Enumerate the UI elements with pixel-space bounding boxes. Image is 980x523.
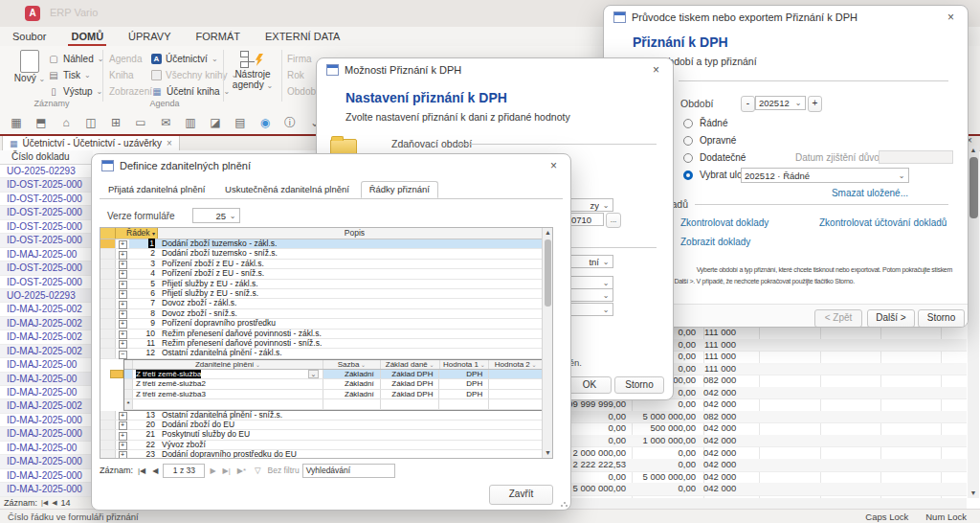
expand-toggle-icon[interactable]: +: [116, 299, 129, 307]
last-record-icon[interactable]: ▶|: [221, 466, 233, 475]
row-selector[interactable]: [100, 309, 116, 318]
expand-toggle-icon[interactable]: +: [116, 289, 129, 298]
period-plus-button[interactable]: +: [808, 96, 822, 112]
tab-uskutecnena-plneni[interactable]: Uskutečněná zdanitelná plnění: [216, 181, 358, 198]
doc-list-item[interactable]: ID-OST-2025-000: [0, 178, 93, 192]
doc-list-item[interactable]: ID-OST-2025-000: [0, 276, 93, 289]
close-icon[interactable]: ×: [649, 63, 663, 77]
info-icon[interactable]: ⓘ: [283, 115, 297, 131]
radio-dodatecne-label[interactable]: Dodatečné: [700, 152, 746, 163]
row-selector[interactable]: [100, 330, 116, 338]
subtable-row[interactable]: Z třetí země-služba2ZákladníZáklad DPHDP…: [124, 379, 542, 389]
empty-cell[interactable]: [439, 399, 489, 408]
declaration-row[interactable]: +10Režim přenesení daňové povinnosti - z…: [100, 330, 552, 339]
doc-list-item[interactable]: ID-MAJ-2025-00: [0, 358, 93, 372]
value2-cell[interactable]: [489, 370, 542, 378]
doc-list-item[interactable]: ID-MAJ-2025-002: [0, 317, 93, 330]
value1-cell[interactable]: DPH: [439, 390, 489, 398]
doc-list-item[interactable]: ID-OST-2025-000: [0, 220, 93, 234]
doc-list-item[interactable]: ID-OST-2025-000: [0, 193, 93, 206]
check-posting-link[interactable]: Zkontrolovat účtování dokladů: [819, 217, 947, 228]
value2-cell[interactable]: [489, 379, 542, 388]
chevron-down-icon[interactable]: ⌄: [601, 304, 611, 315]
declaration-row[interactable]: +11Režim přenesení daňové povinnosti - s…: [100, 339, 552, 349]
row-selector[interactable]: [100, 339, 116, 348]
resize-grip[interactable]: [560, 499, 568, 507]
taxable-supply-cell[interactable]: Z třetí země-služba2: [133, 379, 323, 388]
declaration-row[interactable]: +21Poskytnutí služby do EU: [100, 430, 552, 440]
table-add-icon[interactable]: ⊞: [109, 116, 122, 129]
row-selector[interactable]: [124, 370, 133, 378]
first-record-icon[interactable]: |◀: [41, 499, 48, 507]
doc-list-item[interactable]: ID-MAJ-2025-00: [0, 373, 93, 386]
definition-record-navigator[interactable]: Záznam: |◀ ◀ 1 z 33 ▶ ▶| ▶* ▽ Bez filtru…: [100, 463, 395, 478]
row-selector[interactable]: [100, 239, 116, 248]
new-button[interactable]: Nový ⌄: [13, 50, 46, 96]
menu-tab--pravy[interactable]: ÚPRAVY: [127, 29, 171, 44]
expand-toggle-icon[interactable]: +: [116, 441, 129, 449]
output-button[interactable]: ▯ Výstup⌄: [48, 84, 102, 98]
doc-list-item[interactable]: ID-OST-2025-000: [0, 262, 93, 275]
scroll-down-icon[interactable]: ▼: [968, 489, 979, 498]
browse-button[interactable]: ...: [606, 213, 621, 228]
list-icon[interactable]: ▥: [184, 116, 197, 129]
preview-button[interactable]: ▢ Náhled⌄: [48, 52, 103, 65]
datasheet-scrollbar[interactable]: ▲ ▼: [542, 228, 552, 458]
subtable-column-header[interactable]: Zdanitelné plnění ⌄: [133, 360, 323, 369]
expand-toggle-icon[interactable]: +: [116, 330, 129, 338]
status-icon[interactable]: ◉: [258, 116, 272, 129]
expand-toggle-icon[interactable]: +: [116, 269, 129, 278]
menu-tab-extern-data[interactable]: EXTERNÍ DATA: [264, 29, 341, 44]
declaration-row[interactable]: +7Dovoz zboží - zákl.s.: [100, 299, 552, 308]
chevron-down-icon[interactable]: ⌄: [479, 362, 485, 368]
doc-list-item[interactable]: UO-2025-02293: [0, 289, 93, 303]
declaration-row[interactable]: +20Dodání zboží do EU: [100, 421, 552, 430]
doc-list-item[interactable]: ID-MAJ-2025-002: [0, 303, 93, 316]
archive-icon[interactable]: ⬒: [34, 116, 48, 129]
close-icon[interactable]: ×: [546, 159, 561, 172]
radio-opravne-label[interactable]: Opravné: [700, 135, 736, 146]
row-selector[interactable]: [100, 319, 116, 328]
scroll-down-icon[interactable]: ▼: [543, 448, 553, 458]
search-input[interactable]: Vyhledávání: [302, 464, 395, 478]
row-selector[interactable]: [100, 430, 116, 439]
tab-close-icon[interactable]: ×: [167, 138, 172, 148]
doc-list-item[interactable]: ID-OST-2025-000: [0, 234, 93, 247]
declaration-row[interactable]: +9Pořízení dopravního prostředku: [100, 319, 552, 329]
declaration-row[interactable]: −12Ostatní zdanitelná plnění - zákl.s.: [100, 349, 552, 358]
chevron-down-icon[interactable]: ⌄: [254, 362, 260, 368]
back-button[interactable]: < Zpět: [814, 309, 862, 328]
chevron-down-icon[interactable]: ⌄: [897, 169, 906, 182]
declaration-row[interactable]: +4Pořízení zboží z EU - sníž.s.: [100, 269, 552, 279]
declaration-row[interactable]: +13Ostatní zdanitelná plnění - sníž.s.: [100, 411, 552, 421]
period-minus-button[interactable]: -: [741, 96, 755, 112]
subtable-column-header[interactable]: Hodnota 2 ⌄: [489, 360, 542, 369]
chevron-down-icon[interactable]: ⌄: [601, 199, 611, 211]
expand-toggle-icon[interactable]: +: [116, 280, 129, 288]
expand-toggle-icon[interactable]: +: [116, 239, 129, 248]
ledger-button[interactable]: ▦ Účetní kniha⌄: [151, 84, 230, 98]
accounting-button[interactable]: A Účetnictví⌄: [151, 52, 218, 65]
doc-list-item[interactable]: ID-MAJ-2025-00: [0, 442, 93, 455]
row-selector[interactable]: [124, 390, 133, 398]
tab-radky-priznani[interactable]: Řádky přiznání: [361, 181, 438, 198]
empty-cell[interactable]: [489, 399, 542, 408]
row-selector[interactable]: [124, 379, 133, 388]
subtable-column-header[interactable]: Základ daně ⌄: [381, 360, 440, 369]
chevron-down-icon[interactable]: ⌄: [793, 97, 803, 109]
menu-tab-dom-[interactable]: DOMŮ: [70, 29, 104, 44]
declaration-row[interactable]: +2Dodání zboží tuzemsko - sníž.s.: [100, 249, 552, 259]
expand-toggle-icon[interactable]: +: [116, 249, 129, 258]
chevron-down-icon[interactable]: ⌄: [601, 289, 611, 301]
empty-cell[interactable]: [381, 399, 440, 408]
mail-icon[interactable]: ✉: [159, 116, 172, 129]
prev-record-icon[interactable]: ◀: [52, 499, 56, 507]
scroll-up-icon[interactable]: ▲: [543, 228, 553, 238]
base-cell[interactable]: Základ DPH: [381, 390, 440, 398]
prev-record-icon[interactable]: ◀: [150, 466, 160, 475]
doc-list-item[interactable]: ID-MAJ-2025-000: [0, 427, 93, 441]
wizard-title-bar[interactable]: Průvodce tiskem nebo exportem Přiznání k…: [604, 6, 968, 29]
subtable-column-header[interactable]: Sazba ⌄: [323, 360, 381, 369]
chevron-down-icon[interactable]: ⌄: [601, 277, 611, 288]
declaration-row[interactable]: +3Pořízení zboží z EU - zákl.s.: [100, 260, 552, 269]
